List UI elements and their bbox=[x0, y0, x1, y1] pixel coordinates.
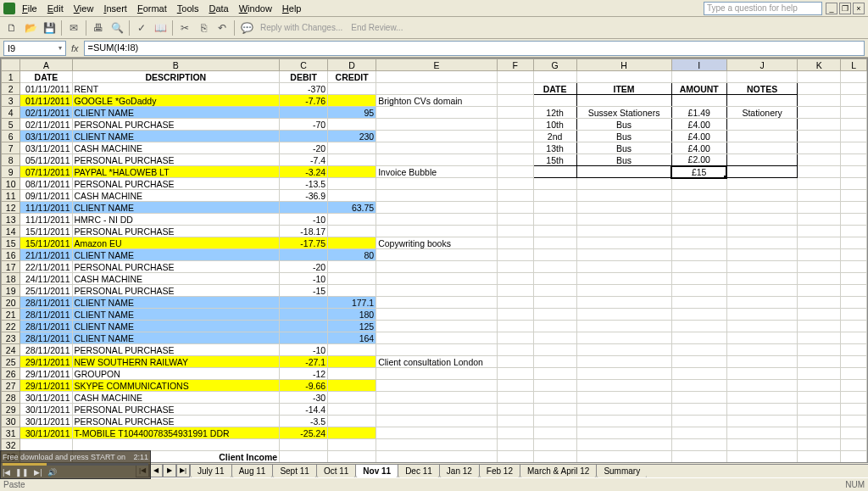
cell-credit[interactable] bbox=[328, 83, 376, 95]
cell[interactable] bbox=[497, 392, 533, 404]
cell[interactable] bbox=[726, 451, 798, 463]
cell[interactable] bbox=[841, 202, 867, 214]
cell-credit[interactable]: 164 bbox=[328, 332, 376, 344]
cell[interactable] bbox=[671, 404, 726, 416]
cell-description[interactable]: PERSONAL PURCHASE bbox=[72, 344, 280, 356]
cell[interactable] bbox=[798, 142, 841, 154]
side-amount[interactable]: £1.49 bbox=[671, 107, 726, 119]
cell-description[interactable]: SKYPE COMMUNICATIONS bbox=[72, 380, 280, 392]
cell-note[interactable] bbox=[376, 214, 498, 226]
cell[interactable] bbox=[798, 226, 841, 237]
column-header-E[interactable]: E bbox=[376, 59, 498, 71]
cell-note[interactable] bbox=[376, 131, 498, 142]
cell[interactable] bbox=[576, 344, 671, 356]
cell[interactable] bbox=[497, 107, 533, 119]
column-header-I[interactable]: I bbox=[671, 59, 726, 71]
cell-note[interactable] bbox=[376, 273, 498, 285]
sheet-tab[interactable]: Jan 12 bbox=[439, 464, 480, 477]
cell[interactable] bbox=[497, 368, 533, 380]
cell-note[interactable] bbox=[376, 142, 498, 154]
cell[interactable] bbox=[841, 237, 867, 249]
cell[interactable] bbox=[576, 416, 671, 427]
cell[interactable] bbox=[841, 285, 867, 297]
side-item[interactable]: Sussex Stationers bbox=[576, 107, 671, 119]
cell-description[interactable]: CLIENT NAME bbox=[72, 107, 280, 119]
cell-credit[interactable] bbox=[328, 119, 376, 131]
cell[interactable] bbox=[726, 392, 798, 404]
cell-credit[interactable]: 230 bbox=[328, 131, 376, 142]
cell[interactable] bbox=[533, 214, 576, 226]
cell-description[interactable]: PERSONAL PURCHASE bbox=[72, 178, 280, 190]
cut-icon[interactable]: ✂ bbox=[176, 20, 193, 36]
cell[interactable] bbox=[497, 344, 533, 356]
cell[interactable] bbox=[671, 439, 726, 451]
cell[interactable] bbox=[841, 131, 867, 142]
cell-date[interactable]: 25/11/2011 bbox=[20, 285, 72, 297]
sheet-tab[interactable]: March & April 12 bbox=[520, 464, 597, 477]
cell-date[interactable]: 28/11/2011 bbox=[20, 309, 72, 321]
row-header[interactable]: 32 bbox=[2, 439, 20, 451]
cell-credit[interactable]: 180 bbox=[328, 309, 376, 321]
cell-credit[interactable] bbox=[328, 237, 376, 249]
copy-icon[interactable]: ⎘ bbox=[195, 20, 212, 36]
cell[interactable] bbox=[497, 226, 533, 237]
cell[interactable] bbox=[533, 332, 576, 344]
cell-debit[interactable] bbox=[280, 451, 328, 463]
menu-insert[interactable]: Insert bbox=[98, 2, 132, 15]
cell[interactable] bbox=[497, 237, 533, 249]
cell[interactable] bbox=[671, 249, 726, 261]
sheet-tab[interactable]: Oct 11 bbox=[316, 464, 356, 477]
cell[interactable] bbox=[726, 273, 798, 285]
menu-data[interactable]: Data bbox=[203, 2, 233, 15]
cell-description[interactable] bbox=[72, 439, 280, 451]
row-header[interactable]: 23 bbox=[2, 332, 20, 344]
cell-note[interactable] bbox=[376, 119, 498, 131]
cell-description[interactable]: PERSONAL PURCHASE bbox=[72, 154, 280, 166]
row-header[interactable]: 17 bbox=[2, 261, 20, 273]
side-amount[interactable]: £4.00 bbox=[671, 131, 726, 142]
cell-debit[interactable]: -27.1 bbox=[280, 356, 328, 368]
side-date[interactable]: 15th bbox=[533, 154, 576, 166]
row-header[interactable]: 27 bbox=[2, 380, 20, 392]
cell[interactable] bbox=[497, 202, 533, 214]
header-description[interactable]: DESCRIPTION bbox=[72, 71, 280, 83]
cell-description[interactable]: HMRC - NI DD bbox=[72, 214, 280, 226]
cell[interactable] bbox=[576, 71, 671, 83]
help-search-box[interactable]: Type a question for help bbox=[704, 2, 822, 15]
cell-debit[interactable]: -3.24 bbox=[280, 166, 328, 178]
cell[interactable] bbox=[798, 119, 841, 131]
save-icon[interactable]: 💾 bbox=[41, 20, 58, 36]
cell-credit[interactable] bbox=[328, 95, 376, 107]
cell-debit[interactable]: -13.5 bbox=[280, 178, 328, 190]
cell-credit[interactable]: 125 bbox=[328, 321, 376, 332]
cell-date[interactable]: 01/11/2011 bbox=[20, 83, 72, 95]
row-header[interactable]: 14 bbox=[2, 226, 20, 237]
cell[interactable] bbox=[533, 404, 576, 416]
cell-date[interactable]: 02/11/2011 bbox=[20, 107, 72, 119]
row-header[interactable]: 19 bbox=[2, 285, 20, 297]
cell[interactable] bbox=[726, 344, 798, 356]
side-date[interactable]: 13th bbox=[533, 142, 576, 154]
cell[interactable] bbox=[533, 261, 576, 273]
cell-date[interactable]: 11/11/2011 bbox=[20, 202, 72, 214]
cell[interactable] bbox=[798, 131, 841, 142]
new-icon[interactable]: 🗋 bbox=[3, 20, 20, 36]
end-review-button[interactable]: End Review... bbox=[351, 23, 403, 32]
cell-note[interactable]: Client consultation London bbox=[376, 356, 498, 368]
cell[interactable] bbox=[841, 83, 867, 95]
cell[interactable] bbox=[726, 237, 798, 249]
cell[interactable] bbox=[671, 344, 726, 356]
cell[interactable] bbox=[798, 416, 841, 427]
cell-date[interactable]: 30/11/2011 bbox=[20, 416, 72, 427]
cell-date[interactable]: 21/11/2011 bbox=[20, 249, 72, 261]
cell[interactable] bbox=[798, 439, 841, 451]
cell[interactable] bbox=[576, 439, 671, 451]
cell-debit[interactable] bbox=[280, 321, 328, 332]
column-header-L[interactable]: L bbox=[841, 59, 867, 71]
cell[interactable] bbox=[533, 344, 576, 356]
cell-description[interactable]: CLIENT NAME bbox=[72, 321, 280, 332]
cell[interactable] bbox=[726, 190, 798, 202]
volume-icon[interactable]: 🔊 bbox=[47, 468, 57, 477]
cell-note[interactable] bbox=[376, 451, 498, 463]
cell[interactable] bbox=[533, 416, 576, 427]
